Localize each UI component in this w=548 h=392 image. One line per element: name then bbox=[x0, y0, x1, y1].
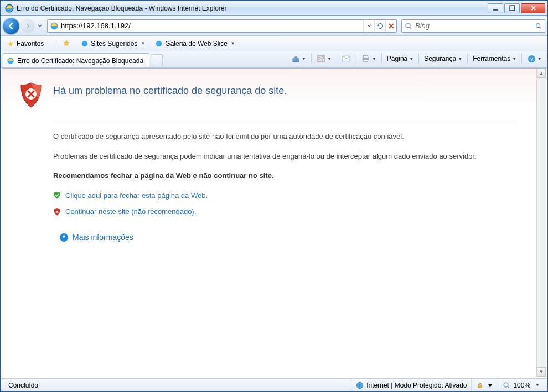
expand-icon: ▼ bbox=[60, 233, 68, 242]
status-protected-mode[interactable]: ▼ bbox=[471, 379, 498, 391]
window-titlebar: Erro do Certificado: Navegação Bloqueada… bbox=[1, 1, 547, 16]
ie-logo-icon bbox=[5, 4, 14, 13]
chevron-down-icon bbox=[38, 24, 42, 28]
home-button[interactable]: ▼ bbox=[289, 53, 308, 64]
ie-small-icon bbox=[155, 40, 163, 48]
rss-icon bbox=[317, 54, 325, 63]
window-title: Erro do Certificado: Navegação Bloqueada… bbox=[17, 4, 488, 12]
more-info-link[interactable]: Mais informações bbox=[73, 232, 133, 243]
chevron-down-icon: ▼ bbox=[372, 56, 376, 61]
home-icon bbox=[291, 54, 300, 63]
forward-button[interactable] bbox=[20, 19, 35, 33]
help-button[interactable]: ?▼ bbox=[525, 53, 544, 64]
refresh-icon bbox=[376, 22, 384, 30]
favorites-button[interactable]: ★ Favoritos bbox=[4, 38, 47, 49]
scroll-down-button[interactable]: ▼ bbox=[537, 367, 546, 377]
tab-active[interactable]: Erro do Certificado: Navegação Bloqueada bbox=[3, 53, 149, 67]
arrow-right-icon bbox=[24, 23, 31, 29]
suggested-sites-label: Sites Sugeridos bbox=[91, 40, 137, 48]
status-text: Concluído bbox=[4, 379, 351, 391]
status-left-label: Concluído bbox=[8, 381, 38, 389]
svg-point-11 bbox=[318, 60, 320, 61]
magnifier-icon bbox=[535, 22, 542, 30]
chevron-down-icon: ▼ bbox=[141, 41, 145, 46]
shield-error-icon bbox=[19, 82, 43, 108]
chevron-down-icon: ▼ bbox=[487, 381, 493, 389]
add-to-favorites-bar[interactable] bbox=[59, 38, 74, 49]
close-page-link[interactable]: Clique aqui para fechar esta página da W… bbox=[65, 190, 208, 201]
search-bar[interactable] bbox=[401, 19, 545, 33]
zoom-control[interactable]: 100% ▼ bbox=[498, 379, 544, 391]
navigation-bar: ✕ bbox=[1, 16, 547, 36]
favorites-label: Favoritos bbox=[17, 40, 44, 48]
feeds-button[interactable]: ▼ bbox=[314, 53, 334, 64]
address-bar[interactable]: ✕ bbox=[47, 19, 397, 33]
address-input[interactable] bbox=[61, 20, 363, 32]
chevron-down-icon bbox=[367, 24, 371, 28]
mail-icon bbox=[342, 54, 351, 63]
page-content: Há um problema no certificado de seguran… bbox=[2, 68, 546, 377]
suggested-sites-link[interactable]: Sites Sugeridos ▼ bbox=[77, 39, 148, 49]
shield-warn-icon bbox=[53, 208, 61, 216]
chevron-down-icon: ▼ bbox=[409, 56, 413, 61]
tools-menu[interactable]: Ferramentas▼ bbox=[471, 54, 519, 64]
tab-bar: Erro do Certificado: Navegação Bloqueada… bbox=[1, 51, 547, 68]
error-text-1: O certificado de segurança apresentado p… bbox=[53, 131, 518, 142]
star-icon: ★ bbox=[7, 39, 14, 48]
minimize-button[interactable] bbox=[488, 3, 503, 13]
star-add-icon bbox=[62, 39, 71, 48]
x-icon: ✕ bbox=[388, 22, 395, 30]
lock-open-icon bbox=[476, 381, 484, 389]
separator bbox=[55, 38, 55, 49]
svg-rect-10 bbox=[317, 55, 325, 62]
web-slice-label: Galeria do Web Slice bbox=[165, 40, 228, 48]
separator bbox=[356, 54, 356, 64]
chevron-down-icon: ▼ bbox=[302, 56, 306, 61]
search-go-button[interactable] bbox=[533, 22, 545, 30]
stop-button[interactable]: ✕ bbox=[385, 20, 396, 32]
chevron-down-icon: ▼ bbox=[231, 41, 235, 46]
close-page-action[interactable]: Clique aqui para fechar esta página da W… bbox=[53, 190, 518, 201]
svg-rect-20 bbox=[478, 385, 482, 388]
web-slice-gallery-link[interactable]: Galeria do Web Slice ▼ bbox=[152, 39, 238, 49]
separator bbox=[467, 54, 468, 64]
chevron-down-icon: ▼ bbox=[537, 56, 542, 61]
separator bbox=[418, 54, 419, 64]
chevron-down-icon: ▼ bbox=[327, 56, 332, 61]
zone-label: Internet | Modo Protegido: Ativado bbox=[366, 381, 467, 389]
security-menu[interactable]: Segurança▼ bbox=[422, 54, 464, 64]
globe-icon bbox=[356, 381, 364, 389]
page-label: Página bbox=[387, 55, 407, 62]
recent-pages-dropdown[interactable] bbox=[36, 18, 44, 34]
separator bbox=[311, 54, 312, 64]
svg-point-8 bbox=[156, 40, 162, 46]
address-dropdown[interactable] bbox=[363, 20, 374, 32]
read-mail-button[interactable] bbox=[340, 53, 353, 64]
search-input[interactable] bbox=[415, 22, 533, 30]
chevron-down-icon: ▼ bbox=[458, 56, 462, 61]
more-info-toggle[interactable]: ▼ Mais informações bbox=[60, 232, 518, 243]
shield-ok-icon bbox=[53, 191, 61, 199]
page-menu[interactable]: Página▼ bbox=[385, 54, 416, 64]
status-zone[interactable]: Internet | Modo Protegido: Ativado bbox=[351, 379, 471, 391]
arrow-left-icon bbox=[7, 22, 15, 30]
separator bbox=[521, 54, 522, 64]
svg-rect-2 bbox=[493, 9, 498, 11]
svg-rect-3 bbox=[510, 6, 515, 11]
vertical-scrollbar[interactable]: ▲ ▼ bbox=[536, 69, 546, 377]
separator bbox=[381, 54, 382, 64]
zoom-icon bbox=[503, 381, 510, 389]
close-button[interactable] bbox=[521, 3, 545, 13]
print-button[interactable]: ▼ bbox=[359, 53, 379, 64]
maximize-button[interactable] bbox=[504, 3, 520, 13]
help-icon: ? bbox=[527, 54, 536, 63]
back-button[interactable] bbox=[3, 18, 19, 34]
new-tab-button[interactable] bbox=[151, 54, 163, 66]
svg-text:?: ? bbox=[530, 56, 533, 62]
continue-link[interactable]: Continuar neste site (não recomendado). bbox=[65, 206, 196, 217]
zoom-label: 100% bbox=[513, 381, 530, 389]
refresh-button[interactable] bbox=[374, 20, 385, 32]
scroll-up-button[interactable]: ▲ bbox=[537, 69, 546, 78]
search-provider-icon bbox=[404, 22, 413, 30]
continue-action[interactable]: Continuar neste site (não recomendado). bbox=[53, 206, 518, 217]
